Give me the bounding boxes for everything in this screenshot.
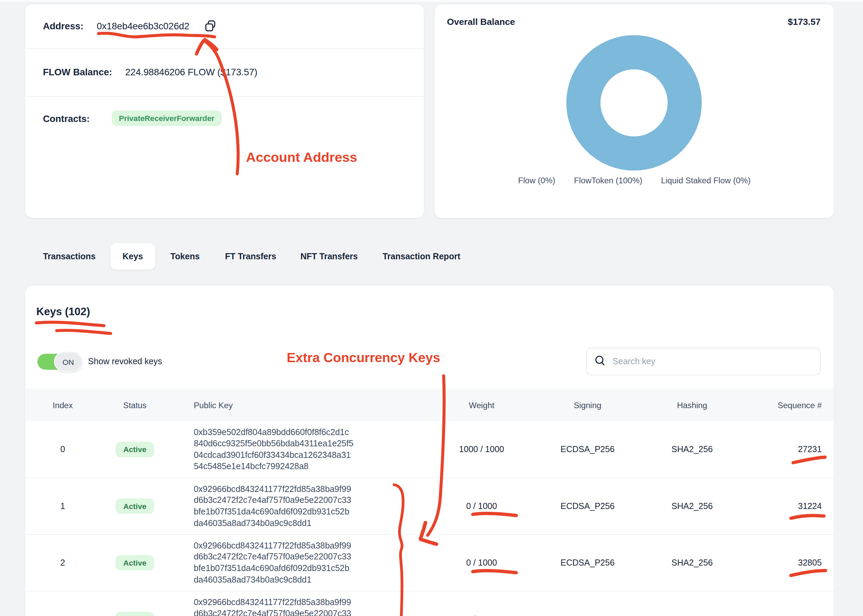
toggle-knob[interactable]: ON (54, 352, 82, 372)
flow-balance-value: 224.98846206 FLOW ($173.57) (126, 67, 258, 78)
show-revoked-toggle[interactable]: ON (38, 354, 82, 370)
tab-tokens[interactable]: Tokens (170, 251, 200, 261)
col-hashing: Hashing (644, 400, 740, 410)
key-index: 0 (38, 445, 88, 454)
overall-balance-card: Overall Balance $173.57 Flow (0%) FlowTo… (435, 5, 834, 218)
flow-balance-row: FLOW Balance: 224.98846206 FLOW ($173.57… (25, 49, 424, 97)
keys-table-header: Index Status Public Key Weight Signing H… (25, 388, 834, 421)
status-badge: Active (116, 442, 154, 457)
tab-keys[interactable]: Keys (110, 243, 155, 269)
public-key: 0x92966bcd843241177f22fd85a38ba9f99 d6b3… (182, 597, 432, 616)
tab-transaction-report[interactable]: Transaction Report (382, 251, 460, 261)
address-row: Address: 0x18eb4ee6b3c026d2 (25, 5, 424, 49)
address-value: 0x18eb4ee6b3c026d2 (97, 21, 190, 32)
key-index: 3 (38, 614, 88, 616)
key-row-2[interactable]: 2 Active 0x92966bcd843241177f22fd85a38ba… (25, 535, 834, 591)
key-signing: ECDSA_P256 (531, 558, 644, 567)
key-signing: ECDSA_P256 (531, 445, 644, 454)
flow-balance-label: FLOW Balance: (43, 67, 112, 78)
legend-liquid-staked: Liquid Staked Flow (0%) (661, 176, 751, 185)
overall-balance-total: $173.57 (788, 16, 821, 27)
key-hashing: SHA2_256 (644, 501, 740, 511)
copy-icon (203, 19, 217, 34)
key-sequence: 27231 (740, 445, 822, 454)
show-revoked-label: Show revoked keys (88, 357, 162, 366)
account-tabs: Transactions Keys Tokens FT Transfers NF… (43, 242, 461, 270)
col-signing: Signing (531, 400, 644, 410)
col-status: Status (88, 400, 182, 410)
key-index: 2 (38, 558, 88, 567)
col-sequence: Sequence # (740, 400, 822, 410)
donut-legend: Flow (0%) FlowToken (100%) Liquid Staked… (435, 176, 834, 185)
key-hashing: SHA2_256 (644, 558, 740, 567)
tab-nft-transfers[interactable]: NFT Transfers (300, 251, 358, 261)
key-row-0[interactable]: 0 Active 0xb359e502df804a89bdd660f0f8f6c… (25, 421, 834, 478)
tab-ft-transfers[interactable]: FT Transfers (225, 251, 276, 261)
key-signing: ECDSA_P256 (531, 614, 644, 616)
account-info-card: Address: 0x18eb4ee6b3c026d2 FLOW Balance… (25, 5, 424, 218)
key-index: 1 (38, 501, 88, 511)
key-row-1[interactable]: 1 Active 0x92966bcd843241177f22fd85a38ba… (25, 478, 834, 534)
public-key: 0xb359e502df804a89bdd660f0f8f6c2d1c 840d… (182, 427, 432, 472)
legend-flowtoken: FlowToken (100%) (574, 176, 643, 185)
col-index: Index (38, 400, 88, 410)
contracts-row: Contracts: PrivateReceiverForwarder (25, 97, 424, 126)
key-weight: 0 / 1000 (432, 558, 531, 567)
keys-count-title: Keys (102) (36, 305, 90, 318)
public-key: 0x92966bcd843241177f22fd85a38ba9f99 d6b3… (182, 484, 432, 529)
overall-balance-title: Overall Balance (447, 16, 515, 27)
key-row-3-partial[interactable]: 3 Active 0x92966bcd843241177f22fd85a38ba… (25, 591, 834, 616)
address-label: Address: (43, 21, 83, 32)
keys-table: Index Status Public Key Weight Signing H… (25, 388, 834, 616)
top-card-remnant (0, 0, 863, 2)
status-badge: Active (116, 498, 154, 514)
tab-transactions[interactable]: Transactions (43, 251, 96, 261)
key-sequence: 31224 (740, 501, 822, 511)
col-weight: Weight (432, 400, 531, 410)
public-key: 0x92966bcd843241177f22fd85a38ba9f99 d6b3… (182, 540, 432, 585)
col-public-key: Public Key (182, 400, 432, 410)
key-weight: 1000 / 1000 (432, 445, 531, 454)
balance-donut-chart (566, 35, 702, 170)
key-weight: 0 / 1000 (432, 614, 531, 616)
legend-flow: Flow (0%) (518, 176, 555, 185)
key-weight: 0 / 1000 (432, 501, 531, 511)
key-sequence: 32805 (740, 558, 822, 567)
contract-badge[interactable]: PrivateReceiverForwarder (112, 111, 222, 126)
search-input[interactable] (611, 356, 812, 367)
copy-address-button[interactable] (203, 20, 217, 33)
key-signing: ECDSA_P256 (531, 501, 644, 511)
keys-panel: Keys (102) ON Show revoked keys Index St… (25, 286, 834, 616)
key-search-box[interactable] (586, 348, 821, 376)
search-icon (594, 355, 606, 368)
contracts-label: Contracts: (43, 114, 90, 125)
key-hashing: SHA2_256 (644, 614, 740, 616)
key-hashing: SHA2_256 (644, 445, 740, 454)
account-page: Address: 0x18eb4ee6b3c026d2 FLOW Balance… (0, 0, 863, 616)
status-badge: Active (116, 612, 154, 616)
status-badge: Active (116, 555, 154, 570)
